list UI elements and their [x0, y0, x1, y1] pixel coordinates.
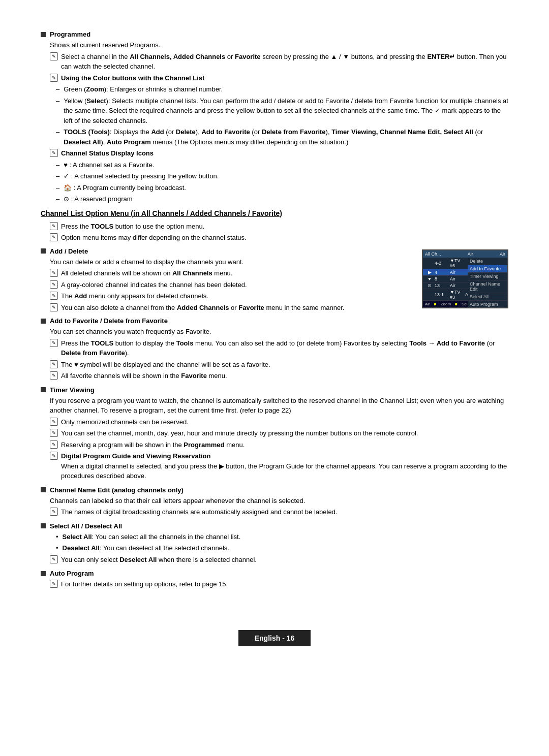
color-buttons-header: ✎ Using the Color buttons with the Chann… [50, 73, 508, 83]
select-all-header: Select All / Deselect All [41, 522, 508, 530]
timer-note2: ✎ You can set the channel, month, day, y… [50, 428, 508, 438]
status-broadcast: – 🏠 : A Program currently being broadcas… [56, 183, 508, 193]
note-icon-15: ✎ [50, 440, 58, 449]
select-all-section: Select All / Deselect All • Select All: … [41, 522, 508, 565]
tv-row-1: 4-2 ▼TV #6 Delete Add to Favorite Timer … [423, 258, 507, 269]
status-check: – ✓ : A channel selected by pressing the… [56, 171, 508, 181]
square-bullet-2 [41, 248, 46, 254]
menu-name-edit: Channel Name Edit [468, 280, 507, 293]
status-reserved: – ⊙ : A reserved program [56, 194, 508, 204]
select-all-note1: ✎ You can only select Deselect All when … [50, 555, 508, 565]
note-icon-18: ✎ [50, 555, 58, 563]
auto-program-note1: ✎ For further details on setting up opti… [50, 579, 508, 589]
note-icon-7: ✎ [50, 280, 58, 289]
square-bullet-7 [41, 571, 46, 576]
page-footer: English - 16 [238, 630, 311, 646]
menu-select-all: Select All [468, 293, 507, 301]
note-icon-8: ✎ [50, 292, 58, 300]
square-bullet-5 [41, 487, 46, 492]
auto-program-section: Auto Program ✎ For further details on se… [41, 570, 508, 589]
note-icon-14: ✎ [50, 429, 58, 437]
programmed-header: Programmed [41, 30, 508, 38]
square-bullet-4 [41, 387, 46, 392]
select-all-bullet2: • Deselect All: You can deselect all the… [56, 543, 508, 553]
page-footer-container: English - 16 [41, 630, 508, 646]
tv-screen: All Ch... Air Air 4-2 ▼TV #6 Delete Add … [422, 249, 508, 308]
note-icon-4: ✎ [50, 222, 58, 230]
programmed-body1: Shows all current reserved Programs. [50, 40, 508, 50]
add-delete-note2: ✎ A gray-colored channel indicates the c… [50, 280, 412, 290]
add-delete-section: Add / Delete You can delete or add a cha… [41, 244, 508, 314]
square-bullet-6 [41, 523, 46, 528]
note-icon-9: ✎ [50, 303, 58, 311]
select-all-bullet1: • Select All: You can select all the cha… [56, 532, 508, 542]
menu-add-favorite: Add to Favorite [468, 265, 507, 273]
add-favorite-section: Add to Favorite / Delete from Favorite Y… [41, 317, 508, 381]
add-delete-note3: ✎ The Add menu only appears for deleted … [50, 291, 412, 301]
note-icon-19: ✎ [50, 580, 58, 588]
channel-list-heading: Channel List Option Menu (in All Channel… [41, 209, 508, 217]
add-delete-note4: ✎ You can also delete a channel from the… [50, 303, 412, 313]
dash-tools: – TOOLS (Tools): Displays the Add (or De… [56, 127, 508, 147]
cl-note2: ✎ Option menu items may differ depending… [50, 233, 508, 243]
timer-viewing-section: Timer Viewing If you reserve a program y… [41, 386, 508, 481]
note-icon-13: ✎ [50, 418, 58, 426]
timer-note3: ✎ Reserving a program will be shown in t… [50, 440, 508, 450]
add-delete-text: Add / Delete You can delete or add a cha… [41, 244, 412, 314]
note-icon-17: ✎ [50, 508, 58, 516]
add-delete-note1: ✎ All deleted channels will be shown on … [50, 268, 412, 278]
tv-menu: Delete Add to Favorite Timer Viewing Cha… [468, 258, 507, 308]
menu-auto-program: Auto Program [468, 301, 507, 308]
note-icon-12: ✎ [50, 371, 58, 380]
square-bullet-3 [41, 319, 46, 324]
status-heart: – ♥ : A channel set as a Favorite. [56, 160, 508, 170]
dash-yellow: – Yellow (Select): Selects multiple chan… [56, 96, 508, 126]
channel-list-section: Channel List Option Menu (in All Channel… [41, 209, 508, 589]
tv-rows-container: 4-2 ▼TV #6 Delete Add to Favorite Timer … [423, 258, 507, 301]
channel-status-header: ✎ Channel Status Display Icons [50, 148, 508, 159]
cl-note1: ✎ Press the TOOLS button to use the opti… [50, 222, 508, 232]
note-icon-16: ✎ [50, 452, 58, 460]
add-favorite-body: You can set channels you watch frequentl… [50, 327, 508, 337]
menu-delete: Delete [468, 258, 507, 265]
note-icon-5: ✎ [50, 233, 58, 241]
square-bullet-icon [41, 32, 46, 37]
note-icon-11: ✎ [50, 360, 58, 368]
dash-green: – Green (Zoom): Enlarges or shrinks a ch… [56, 84, 508, 94]
add-fav-note2: ✎ The ♥ symbol will be displayed and the… [50, 360, 508, 370]
channel-name-section: Channel Name Edit (analog channels only)… [41, 486, 508, 517]
add-delete-header: Add / Delete [41, 247, 412, 255]
add-fav-note3: ✎ All favorite channels will be shown in… [50, 371, 508, 381]
timer-viewing-body: If you reserve a program you want to wat… [50, 396, 508, 416]
channel-name-note1: ✎ The names of digital broadcasting chan… [50, 507, 508, 517]
note-icon-3: ✎ [50, 149, 58, 157]
note-icon: ✎ [50, 52, 58, 60]
timer-note4: ✎ Digital Program Guide and Viewing Rese… [50, 451, 508, 481]
programmed-section: Programmed Shows all current reserved Pr… [41, 30, 508, 204]
channel-name-header: Channel Name Edit (analog channels only) [41, 486, 508, 494]
tv-screenshot: All Ch... Air Air 4-2 ▼TV #6 Delete Add … [422, 249, 508, 308]
menu-timer: Timer Viewing [468, 273, 507, 280]
channel-name-body: Channels can labeled so that their call … [50, 496, 508, 506]
add-delete-body: You can delete or add a channel to displ… [50, 257, 412, 267]
tv-title-bar: All Ch... Air Air [423, 250, 507, 258]
auto-program-header: Auto Program [41, 570, 508, 577]
note-icon-2: ✎ [50, 74, 58, 82]
note-icon-6: ✎ [50, 269, 58, 277]
note-icon-10: ✎ [50, 339, 58, 347]
timer-note1: ✎ Only memorized channels can be reserve… [50, 417, 508, 427]
add-fav-note1: ✎ Press the TOOLS button to display the … [50, 338, 508, 358]
programmed-note1: ✎ Select a channel in the All Channels, … [50, 52, 508, 72]
add-favorite-header: Add to Favorite / Delete from Favorite [41, 317, 508, 325]
timer-viewing-header: Timer Viewing [41, 386, 508, 394]
